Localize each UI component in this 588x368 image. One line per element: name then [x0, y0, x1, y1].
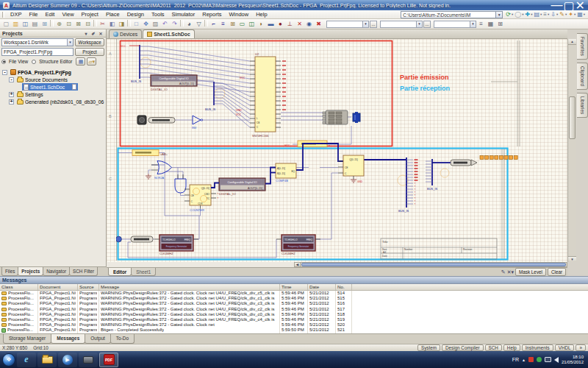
port-label[interactable]: [148, 118, 175, 124]
tree-item[interactable]: + Generated (nb2dsk01_08_db30_06: [0, 98, 107, 105]
chart-icon[interactable]: ▤▾: [534, 11, 542, 18]
tab-sheet1[interactable]: Sheet1: [131, 268, 156, 276]
close-icon[interactable]: ✕: [98, 31, 104, 36]
pdf-creator-icon[interactable]: PDF: [99, 353, 118, 367]
find-icon[interactable]: ◕: [184, 20, 194, 29]
frequency-generator-2[interactable]: TO-HIGH-LO FREQ Frequency Generator CLK4…: [276, 235, 320, 255]
scroll-up-icon[interactable]: ▲: [568, 39, 576, 45]
configurable-digital-io-1[interactable]: Configurable Digital IO AOUT[0..15] DIGI…: [151, 75, 197, 91]
tree-item[interactable]: Sheet1.SchDoc: [0, 83, 107, 91]
and-gate[interactable]: [175, 174, 186, 193]
internet-explorer-icon[interactable]: e: [17, 353, 36, 367]
volume-tray-icon[interactable]: [554, 357, 559, 363]
tree-item[interactable]: - Source Documents: [0, 76, 107, 83]
menu-item[interactable]: Design: [123, 10, 148, 18]
menu-item[interactable]: Project: [78, 10, 102, 18]
nor-gate[interactable]: NOR2A: [151, 161, 172, 180]
led-array[interactable]: [480, 156, 517, 160]
open-folder-icon[interactable]: ▱▾: [87, 57, 96, 66]
grid-icon[interactable]: ▦▾: [577, 11, 585, 18]
path-input[interactable]: C:\Users\Altium-Z\Documents\IM: [401, 11, 496, 18]
column-header[interactable]: Class: [0, 284, 38, 290]
cross-probe-icon[interactable]: ◉: [304, 20, 314, 29]
taskbar-clock[interactable]: 18:10 21/05/2012: [562, 355, 586, 365]
status-bar-button[interactable]: Instruments: [522, 344, 553, 352]
column-header[interactable]: Message: [99, 284, 280, 290]
status-bar-button[interactable]: »: [576, 344, 586, 352]
chevron-down-icon[interactable]: ▾: [83, 31, 89, 36]
stop-icon[interactable]: ◯▾: [514, 11, 523, 18]
inverter-gate[interactable]: INV: [192, 116, 203, 130]
place-sheet-entry-icon[interactable]: ◫: [247, 20, 257, 29]
message-row[interactable]: ProcessFlo... FPGA_Project1.NCD Programm…: [0, 317, 588, 322]
message-row[interactable]: ProcessFlo... FPGA_Project1.NCD Programm…: [0, 322, 588, 328]
tab-editor[interactable]: Editor: [108, 268, 132, 276]
place-wire-icon[interactable]: ⌐: [209, 20, 218, 29]
message-row[interactable]: ProcessFlo... FPGA_Project1.NCD Programm…: [0, 291, 588, 296]
pen-icon[interactable]: ✎▾: [559, 11, 567, 18]
side-panel-tab[interactable]: Favorites: [577, 33, 588, 60]
tree-expander[interactable]: +: [9, 99, 14, 105]
tab-devices[interactable]: Devices: [109, 29, 142, 38]
status-bar-button[interactable]: Help: [503, 344, 520, 352]
structure-editor-radio[interactable]: [32, 60, 36, 64]
browse-button[interactable]: ...: [423, 21, 431, 28]
tab-sheet1-schdoc[interactable]: Sheet1.SchDoc: [143, 29, 194, 38]
browse-button[interactable]: ...: [370, 21, 377, 28]
message-row[interactable]: ProcessFlo... FPGA_Project1.NCD Programm…: [0, 307, 588, 312]
panel-tab[interactable]: To-Do: [110, 334, 135, 344]
place-port-icon[interactable]: ◗: [257, 20, 266, 29]
vertical-scrollbar[interactable]: ▲ ▼: [567, 39, 576, 262]
title-bar[interactable]: A Altium Designer Summer 09 - C:\Users\A…: [0, 0, 588, 10]
shift-register-ic[interactable]: U2 SN74HC166 L CB C: [250, 52, 286, 138]
comparator-ic[interactable]: A[0..15] B[0..15] EQ COMP4B: [276, 163, 296, 183]
buzzer-part[interactable]: [353, 112, 360, 123]
panel-tab[interactable]: Navigator: [43, 267, 70, 276]
new-document-icon[interactable]: ▢: [1, 20, 11, 29]
place-net-label-icon[interactable]: ▬: [266, 20, 276, 29]
tree-item[interactable]: - FPGA_Project1.PrjFpg: [0, 68, 107, 76]
print-icon[interactable]: ≡▾: [543, 11, 549, 18]
show-hidden-icons[interactable]: ▲: [522, 358, 526, 362]
output-bus[interactable]: ×××× ×××× BUS_IS BUS_IS: [398, 159, 438, 212]
workspace-button[interactable]: Workspace: [75, 38, 104, 46]
reception-label[interactable]: Partie réception: [400, 85, 450, 92]
pencil-icon[interactable]: ✎: [501, 269, 506, 276]
panel-tab[interactable]: Projects: [18, 267, 43, 276]
separator[interactable]: [93, 20, 97, 26]
column-header[interactable]: Time: [280, 284, 308, 290]
message-row[interactable]: ProcessFlo... FPGA_Project1.NCD Programm…: [0, 296, 588, 301]
select-rect-icon[interactable]: □: [132, 20, 141, 29]
tree-expander[interactable]: -: [2, 70, 7, 75]
message-row[interactable]: ProcessFlo... FPGA_Project1.NCD Programm…: [0, 301, 588, 306]
output-connector[interactable]: [323, 110, 348, 124]
message-row[interactable]: ProcessFlo... FPGA_Project1.NCD Programm…: [0, 328, 588, 333]
mask-level-button[interactable]: Mask Level: [515, 268, 546, 276]
side-panel-tab[interactable]: Clipboard: [577, 63, 588, 90]
menu-item[interactable]: View: [58, 10, 77, 18]
status-bar-button[interactable]: System: [417, 344, 440, 352]
scrollbar-thumb[interactable]: [301, 263, 566, 266]
net-tag[interactable]: =AB+: [132, 150, 168, 156]
toolbar-combo-1[interactable]: ▼: [326, 21, 369, 28]
favorites-icon[interactable]: ✦▾: [568, 11, 576, 18]
freq-port[interactable]: [116, 236, 153, 242]
move-icon[interactable]: ✥: [141, 20, 151, 29]
project-name-field[interactable]: FPGA_Project1.PrjFpg: [1, 48, 74, 56]
network-tray-icon[interactable]: [545, 357, 551, 362]
device-icon[interactable]: [79, 353, 98, 367]
zoom-fit-icon[interactable]: ⊠: [74, 20, 83, 29]
menu-item[interactable]: Simulator: [168, 10, 199, 18]
explorer-icon[interactable]: [37, 353, 57, 367]
language-indicator[interactable]: FR: [512, 357, 519, 362]
status-bar-button[interactable]: VHDL: [555, 344, 575, 352]
separator[interactable]: [50, 20, 54, 26]
copy-icon[interactable]: ◧: [107, 20, 117, 29]
separator[interactable]: [127, 20, 131, 26]
separator[interactable]: [180, 20, 184, 26]
schematic-canvas[interactable]: A B C Partie émission Partie réception: [107, 39, 567, 262]
clear-button[interactable]: Clear: [548, 268, 566, 276]
sort-icon[interactable]: ▦: [76, 57, 85, 66]
add-view-icon[interactable]: ✚▾: [526, 11, 533, 18]
separator[interactable]: [204, 20, 208, 26]
